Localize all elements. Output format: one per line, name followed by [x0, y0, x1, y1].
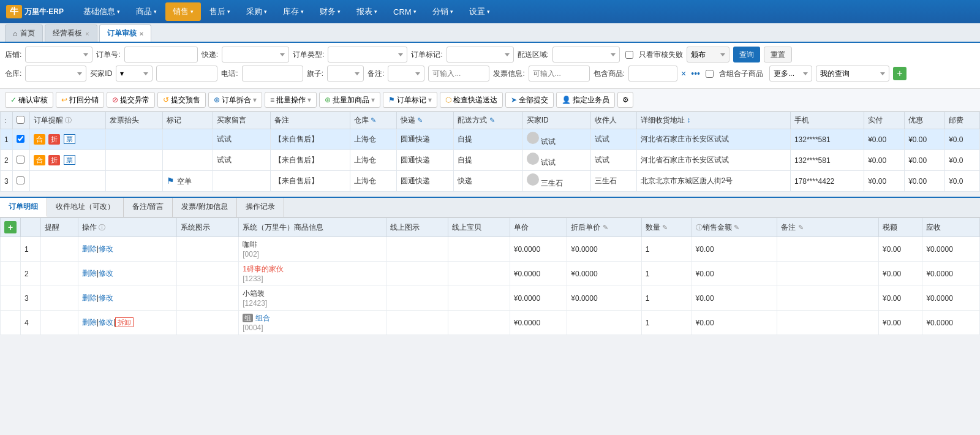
- row-mobile: 178****4422: [790, 171, 864, 192]
- row-checkbox-cell[interactable]: [13, 150, 30, 171]
- detail-note-edit-icon[interactable]: ✎: [798, 224, 804, 231]
- row-discount: ¥0.00: [905, 150, 945, 171]
- row-express: 圆通快递: [396, 150, 454, 171]
- nav-item-distribution[interactable]: 分销 ▾: [425, 2, 461, 21]
- express-select[interactable]: [222, 47, 289, 62]
- more-dots-icon[interactable]: •••: [691, 69, 700, 78]
- bottom-tab-invoice[interactable]: 发票/附加信息: [173, 198, 236, 217]
- submit-presale-button[interactable]: ↺ 提交预售: [157, 92, 206, 108]
- detail-col-add[interactable]: +: [1, 218, 21, 237]
- nav-item-finance[interactable]: 财务 ▾: [312, 2, 348, 21]
- merge-icon: ⊕: [214, 96, 220, 104]
- buyer-id-input[interactable]: [156, 66, 217, 81]
- tab-dashboard-close[interactable]: ×: [85, 30, 89, 37]
- invoice-input[interactable]: [529, 66, 590, 81]
- phone-input[interactable]: [242, 66, 303, 81]
- submit-all-button[interactable]: ➤ 全部提交: [505, 92, 554, 108]
- edit-link[interactable]: 修改: [99, 269, 113, 278]
- row-checkbox-cell[interactable]: [13, 129, 30, 150]
- edit-link[interactable]: 修改: [99, 293, 113, 302]
- bottom-tab-ops-record[interactable]: 操作记录: [237, 198, 284, 217]
- flag-select[interactable]: [327, 66, 364, 81]
- delete-link[interactable]: 删除: [82, 269, 97, 278]
- discount-price-edit-icon[interactable]: ✎: [603, 224, 608, 231]
- search-button[interactable]: 查询: [733, 47, 760, 62]
- order-no-input[interactable]: [124, 47, 198, 62]
- warehouse-select[interactable]: [25, 66, 86, 81]
- assign-staff-button[interactable]: 👤 指定业务员: [556, 92, 615, 108]
- tab-home[interactable]: ⌂ 首页: [5, 25, 43, 42]
- include-goods-input[interactable]: [628, 66, 677, 81]
- detail-col-sales-amount: ⓘ销售金额 ✎: [692, 218, 777, 237]
- store-select[interactable]: [25, 47, 92, 62]
- select-all-checkbox[interactable]: [17, 116, 24, 124]
- order-mark-select[interactable]: [447, 47, 514, 62]
- row-checkbox-cell[interactable]: [13, 171, 30, 192]
- order-type-select[interactable]: [328, 47, 407, 62]
- row-checkbox[interactable]: [17, 156, 24, 164]
- row-checkbox[interactable]: [17, 176, 24, 184]
- detail-row-product: 组 组合 [0004]: [239, 311, 386, 335]
- bottom-tab-order-detail[interactable]: 订单明细: [0, 198, 47, 217]
- address-sort-icon[interactable]: ↕: [687, 116, 690, 124]
- bottom-tab-note[interactable]: 备注/留言: [124, 198, 173, 217]
- detail-row: 4 删除|修改|拆卸 组 组合 [0004] ¥: [1, 311, 980, 335]
- batch-op-button[interactable]: ≡ 批量操作 ▾: [265, 92, 317, 108]
- include-goods-icon[interactable]: ×: [681, 69, 686, 78]
- tab-dashboard[interactable]: 经营看板 ×: [45, 25, 97, 42]
- nav-item-jichu[interactable]: 基础信息 ▾: [76, 2, 127, 21]
- detail-table-area: + 提醒 操作 ⓘ 系统图示 系统（万里牛）商品信息 线上图示 线上宝贝 单价 …: [0, 218, 980, 335]
- confirm-review-button[interactable]: ✓ 确认审核: [5, 92, 53, 108]
- only-failed-checkbox[interactable]: [625, 51, 633, 59]
- return-distribution-button[interactable]: ↩ 打回分销: [56, 92, 104, 108]
- delete-link[interactable]: 删除: [82, 318, 97, 327]
- region-select[interactable]: 颁布: [687, 47, 729, 62]
- sales-amount-edit-icon[interactable]: ✎: [734, 224, 739, 231]
- nav-item-settings[interactable]: 设置 ▾: [462, 2, 497, 21]
- nav-item-report[interactable]: 报表 ▾: [349, 2, 385, 21]
- bottom-tab-address[interactable]: 收件地址（可改）: [47, 198, 124, 217]
- detail-row-sys-img: [177, 237, 239, 262]
- reset-button[interactable]: 重置: [764, 47, 792, 62]
- check-express-button[interactable]: ⬡ 检查快递送达: [440, 92, 503, 108]
- note-type-select[interactable]: [388, 66, 424, 81]
- express-edit-icon[interactable]: ✎: [417, 116, 423, 124]
- row-address: 河北省石家庄市长安区试试: [636, 150, 790, 171]
- submit-exception-button[interactable]: ⊘ 提交异常: [107, 92, 155, 108]
- add-query-button[interactable]: +: [893, 67, 907, 80]
- my-query-select[interactable]: 我的查询: [816, 66, 889, 81]
- detail-col-discount-price: 折后单价 ✎: [567, 218, 642, 237]
- order-mark-button[interactable]: ⚑ 订单标记 ▾: [383, 92, 437, 108]
- more-btn-select[interactable]: 更多...: [769, 66, 812, 81]
- settings-gear-button[interactable]: ⚙: [617, 92, 633, 108]
- col-mark: 标记: [163, 112, 213, 129]
- batch-add-goods-button[interactable]: ⊕ 批量加商品 ▾: [319, 92, 380, 108]
- disassemble-link[interactable]: 拆卸: [115, 317, 134, 327]
- delete-link[interactable]: 删除: [82, 244, 97, 253]
- delivery-area-select[interactable]: [552, 47, 620, 62]
- nav-item-inventory[interactable]: 库存 ▾: [276, 2, 311, 21]
- detail-row-unit-price: ¥0.0000: [510, 237, 567, 262]
- nav-item-sales[interactable]: 销售 ▾: [165, 2, 201, 21]
- add-row-button[interactable]: +: [4, 221, 17, 233]
- row-checkbox[interactable]: [17, 135, 24, 143]
- row-discount: ¥0.00: [905, 171, 945, 192]
- nav-item-purchase[interactable]: 采购 ▾: [239, 2, 274, 21]
- nav-item-crm[interactable]: CRM ▾: [386, 4, 424, 20]
- edit-link[interactable]: 修改: [99, 318, 113, 327]
- note-input[interactable]: [428, 66, 489, 81]
- delete-link[interactable]: 删除: [82, 293, 97, 302]
- tab-order-review[interactable]: 订单审核 ×: [99, 25, 151, 42]
- row-note: 【来自售后】: [270, 171, 350, 192]
- buyer-id-select[interactable]: ▾: [116, 66, 153, 81]
- tab-order-review-close[interactable]: ×: [140, 30, 143, 37]
- delivery-edit-icon[interactable]: ✎: [489, 116, 495, 124]
- warehouse-edit-icon[interactable]: ✎: [371, 116, 376, 124]
- col-checkbox[interactable]: [13, 112, 30, 129]
- nav-item-goods[interactable]: 商品 ▾: [129, 2, 164, 21]
- order-merge-button[interactable]: ⊕ 订单拆合 ▾: [208, 92, 262, 108]
- edit-link[interactable]: 修改: [99, 244, 113, 253]
- nav-item-aftersale[interactable]: 售后 ▾: [202, 2, 238, 21]
- qty-edit-icon[interactable]: ✎: [662, 224, 668, 231]
- combined-child-checkbox[interactable]: [706, 70, 714, 78]
